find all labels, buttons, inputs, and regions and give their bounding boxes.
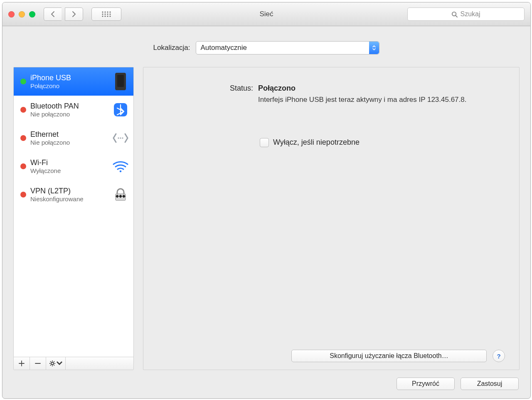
- search-icon: [451, 11, 458, 17]
- service-item-ethernet[interactable]: Ethernet Nie połączono: [14, 124, 133, 152]
- svg-point-17: [120, 170, 122, 173]
- service-sidebar: iPhone USB Połączono Bluetooth PAN Nie p…: [13, 67, 134, 370]
- service-status: Nieskonfigurowane: [30, 195, 108, 202]
- svg-point-15: [120, 137, 121, 138]
- location-row: Lokalizacja: Automatycznie: [13, 41, 520, 54]
- remove-service-button[interactable]: [30, 357, 46, 370]
- service-name: iPhone USB: [30, 74, 108, 82]
- svg-point-2: [107, 11, 108, 12]
- apply-button[interactable]: Zastosuj: [461, 378, 519, 390]
- search-field[interactable]: Szukaj: [407, 7, 525, 21]
- status-label: Status:: [158, 84, 253, 93]
- service-status: Połączono: [30, 82, 108, 89]
- disable-if-unneeded-label: Wyłącz, jeśli niepotrzebne: [273, 138, 360, 147]
- svg-point-6: [107, 13, 108, 15]
- svg-point-1: [104, 11, 106, 12]
- chevron-left-icon: [50, 11, 55, 17]
- status-dot-icon: [20, 135, 26, 141]
- service-list: iPhone USB Połączono Bluetooth PAN Nie p…: [14, 67, 133, 357]
- nav-back-forward: [44, 7, 86, 21]
- svg-point-4: [102, 13, 103, 15]
- svg-point-11: [109, 15, 111, 17]
- minus-icon: [34, 360, 41, 367]
- svg-point-10: [107, 15, 108, 17]
- service-item-bluetooth-pan[interactable]: Bluetooth PAN Nie połączono: [14, 96, 133, 124]
- close-window-button[interactable]: [8, 11, 15, 17]
- service-name: Wi-Fi: [30, 158, 108, 167]
- status-dot-icon: [20, 79, 26, 84]
- service-item-iphone-usb[interactable]: iPhone USB Połączono: [14, 67, 133, 96]
- service-name: Bluetooth PAN: [30, 102, 108, 111]
- svg-point-14: [118, 137, 119, 138]
- plus-icon: [18, 360, 25, 367]
- back-button[interactable]: [44, 7, 62, 21]
- ethernet-icon: [112, 132, 129, 144]
- minimize-window-button[interactable]: [19, 11, 25, 17]
- service-name: VPN (L2TP): [30, 187, 108, 195]
- chevron-right-icon: [71, 11, 76, 17]
- svg-point-8: [102, 15, 103, 17]
- popup-stepper-icon: [369, 42, 379, 54]
- location-popup[interactable]: Automatycznie: [196, 41, 379, 54]
- network-preferences-window: Sieć Szukaj Lokalizacja: Automatycznie: [2, 2, 531, 399]
- service-detail-pane: Status: Połączono Interfejs iPhone USB j…: [143, 67, 520, 370]
- iphone-icon: [112, 73, 129, 90]
- chevron-down-icon: [56, 360, 63, 367]
- disable-if-unneeded-row: Wyłącz, jeśli niepotrzebne: [260, 138, 505, 147]
- status-dot-icon: [20, 107, 26, 113]
- service-item-wifi[interactable]: Wi-Fi Wyłączone: [14, 152, 133, 180]
- service-name: Ethernet: [30, 130, 108, 139]
- status-dot-icon: [20, 163, 26, 169]
- bluetooth-icon: [112, 102, 129, 117]
- show-all-button[interactable]: [91, 7, 121, 21]
- lock-icon: [112, 187, 129, 202]
- configure-bluetooth-button[interactable]: Skonfiguruj użyczanie łącza Bluetooth…: [291, 350, 487, 362]
- service-status: Wyłączone: [30, 167, 108, 174]
- svg-point-19: [51, 362, 54, 365]
- window-controls: [8, 11, 35, 17]
- disable-if-unneeded-checkbox[interactable]: [260, 138, 269, 147]
- location-label: Lokalizacja:: [153, 44, 190, 52]
- svg-point-0: [102, 11, 103, 12]
- svg-point-3: [109, 11, 111, 12]
- svg-point-5: [104, 13, 106, 15]
- location-value: Automatycznie: [200, 44, 247, 52]
- zoom-window-button[interactable]: [29, 11, 35, 17]
- sidebar-footer: [14, 357, 133, 370]
- svg-point-9: [104, 15, 106, 17]
- service-item-vpn[interactable]: VPN (L2TP) Nieskonfigurowane: [14, 180, 133, 209]
- help-button[interactable]: ?: [493, 350, 505, 362]
- revert-button[interactable]: Przywróć: [397, 378, 455, 390]
- status-value: Połączono: [258, 84, 505, 93]
- window-footer: Przywróć Zastosuj: [13, 378, 520, 390]
- status-dot-icon: [20, 192, 26, 198]
- service-status: Nie połączono: [30, 111, 108, 118]
- svg-point-16: [122, 137, 123, 138]
- search-placeholder: Szukaj: [460, 10, 480, 18]
- titlebar: Sieć Szukaj: [2, 2, 530, 26]
- service-status: Nie połączono: [30, 139, 108, 146]
- forward-button[interactable]: [65, 7, 83, 21]
- service-actions-button[interactable]: [46, 357, 66, 370]
- add-service-button[interactable]: [14, 357, 30, 370]
- wifi-icon: [112, 160, 129, 173]
- status-description: Interfejs iPhone USB jest teraz aktywny …: [258, 95, 505, 105]
- svg-point-7: [109, 13, 111, 15]
- grid-icon: [101, 11, 111, 17]
- gear-icon: [49, 360, 56, 367]
